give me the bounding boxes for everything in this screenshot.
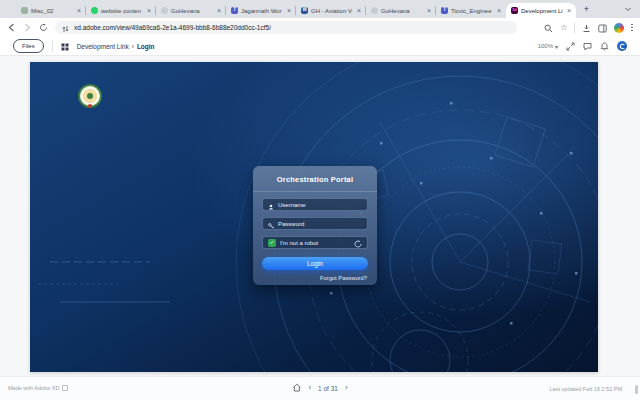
tab-close-icon[interactable]: × xyxy=(77,7,81,14)
tab-label: website conten xyxy=(101,8,144,14)
files-button[interactable]: Files xyxy=(13,39,44,53)
adobe-xd-favicon-icon: Xd xyxy=(511,7,518,14)
globe-favicon-icon xyxy=(371,7,378,14)
tab-ticvic-engineer[interactable]: T Ticvic_Enginee × xyxy=(436,3,506,18)
breadcrumb-current: Login xyxy=(137,43,155,50)
teams-favicon-icon: T xyxy=(231,7,238,14)
captcha-label: I'm not a robot xyxy=(280,240,350,246)
password-field[interactable]: Password xyxy=(262,217,368,230)
zoom-level-value: 100% xyxy=(538,43,553,49)
made-with-text: Made with Adobe XD xyxy=(8,385,59,391)
side-panel-icon[interactable] xyxy=(598,19,607,37)
adobe-xd-outline-icon xyxy=(62,385,68,391)
tab-label: GH - Aviation V xyxy=(311,8,354,14)
last-updated-label: Last updated Feb 16 2:52 PM xyxy=(550,386,622,392)
username-field[interactable]: Username xyxy=(262,198,368,211)
design-canvas: Orchestration Portal Username Password ✓ xyxy=(30,62,598,372)
tab-jagannath-work[interactable]: T Jagannath Wor × xyxy=(226,3,296,18)
artboard-pager: ‹ 1 of 31 › xyxy=(292,383,347,393)
login-button[interactable]: Login xyxy=(262,257,368,270)
tab-gohexana-1[interactable]: GoHexana × xyxy=(156,3,226,18)
address-bar[interactable]: xd.adobe.com/view/49a69ca6-2e1a-4699-bbb… xyxy=(55,21,517,34)
username-placeholder: Username xyxy=(278,202,306,208)
next-artboard-icon[interactable]: › xyxy=(345,384,348,392)
tab-website-content[interactable]: website conten × xyxy=(86,3,156,18)
new-tab-button[interactable]: + xyxy=(580,3,593,16)
url-text: xd.adobe.com/view/49a69ca6-2e1a-4699-bbb… xyxy=(74,24,271,31)
tab-close-icon[interactable]: × xyxy=(287,7,291,14)
tab-gohexana-2[interactable]: GoHexana × xyxy=(366,3,436,18)
creative-cloud-avatar[interactable] xyxy=(617,41,627,51)
whatsapp-favicon-icon xyxy=(91,7,98,14)
tab-label: GoHexana xyxy=(171,8,214,14)
xd-header-right-cluster: 100% ▾ xyxy=(538,37,627,55)
toolbar-right-cluster: ☆ xyxy=(544,19,633,37)
back-icon[interactable] xyxy=(7,23,16,32)
forward-icon[interactable] xyxy=(23,23,32,32)
tab-label: Misc_02 xyxy=(31,8,74,14)
tab-label: Ticvic_Enginee xyxy=(451,8,494,14)
fullscreen-icon[interactable] xyxy=(566,37,575,55)
downloads-icon[interactable] xyxy=(582,19,591,37)
artboard-grid-icon[interactable] xyxy=(61,37,69,55)
xd-view-header: Files Development Link › Login 100% ▾ xyxy=(0,37,640,56)
page-indicator: 1 of 31 xyxy=(318,385,338,392)
search-icon[interactable] xyxy=(544,19,553,37)
login-card-title: Orchestration Portal xyxy=(253,175,377,184)
comment-icon[interactable] xyxy=(583,37,592,55)
scrollbar-thumb[interactable] xyxy=(635,385,638,394)
xd-footer-bar: Made with Adobe XD ‹ 1 of 31 › Last upda… xyxy=(0,376,640,400)
recaptcha-field[interactable]: ✓ I'm not a robot xyxy=(262,236,368,249)
word-favicon-icon: W xyxy=(301,7,308,14)
login-fields: Username Password ✓ I'm not a robot xyxy=(253,198,377,249)
browser-menu-icon[interactable] xyxy=(631,24,633,32)
globe-favicon-icon xyxy=(161,7,168,14)
tab-close-icon[interactable]: × xyxy=(567,7,571,14)
header-divider xyxy=(52,40,53,52)
site-settings-icon[interactable] xyxy=(62,19,69,37)
user-icon xyxy=(268,196,274,214)
seal-inner-ring xyxy=(83,89,97,103)
tab-close-icon[interactable]: × xyxy=(497,7,501,14)
toolbar-divider xyxy=(574,23,575,33)
card-divider xyxy=(253,191,377,192)
password-placeholder: Password xyxy=(278,221,304,227)
browser-tab-strip: Misc_02 × website conten × GoHexana × T … xyxy=(0,0,640,18)
tab-label: Development Li xyxy=(521,8,564,14)
recaptcha-logo-icon xyxy=(354,234,362,252)
chevron-down-icon: ▾ xyxy=(555,43,558,50)
tab-label: GoHexana xyxy=(381,8,424,14)
profile-avatar[interactable] xyxy=(614,23,624,33)
xd-preview-viewport: Orchestration Portal Username Password ✓ xyxy=(0,56,640,376)
spreadsheet-favicon-icon xyxy=(21,7,28,14)
teams-favicon-icon: T xyxy=(441,7,448,14)
zoom-level-dropdown[interactable]: 100% ▾ xyxy=(538,43,558,50)
tab-misc-02[interactable]: Misc_02 × xyxy=(16,3,86,18)
captcha-checkbox-checked[interactable]: ✓ xyxy=(268,239,276,247)
seal-core xyxy=(87,93,93,99)
breadcrumb: Development Link › Login xyxy=(77,43,155,50)
breadcrumb-root[interactable]: Development Link xyxy=(77,43,129,50)
tab-close-icon[interactable]: × xyxy=(217,7,221,14)
government-seal-logo xyxy=(78,84,102,108)
made-with-label: Made with Adobe XD xyxy=(8,385,68,391)
previous-artboard-icon[interactable]: ‹ xyxy=(308,384,311,392)
browser-toolbar: xd.adobe.com/view/49a69ca6-2e1a-4699-bbb… xyxy=(0,18,640,37)
seal-red-accent xyxy=(88,104,92,108)
tab-label: Jagannath Wor xyxy=(241,8,284,14)
tab-development-link-active[interactable]: Xd Development Li × xyxy=(506,3,576,18)
tab-list-chevron-icon[interactable] xyxy=(624,5,632,13)
home-icon[interactable] xyxy=(292,383,301,393)
tab-close-icon[interactable]: × xyxy=(147,7,151,14)
key-icon xyxy=(268,215,274,233)
notifications-bell-icon[interactable] xyxy=(600,37,609,55)
tab-close-icon[interactable]: × xyxy=(357,7,361,14)
forgot-password-link[interactable]: Forgot Password? xyxy=(253,275,377,281)
login-card: Orchestration Portal Username Password ✓ xyxy=(253,166,377,285)
tab-gh-aviation[interactable]: W GH - Aviation V × xyxy=(296,3,366,18)
bookmark-star-icon[interactable]: ☆ xyxy=(560,24,567,32)
tab-close-icon[interactable]: × xyxy=(427,7,431,14)
reload-icon[interactable] xyxy=(39,23,48,32)
breadcrumb-separator: › xyxy=(132,43,134,50)
